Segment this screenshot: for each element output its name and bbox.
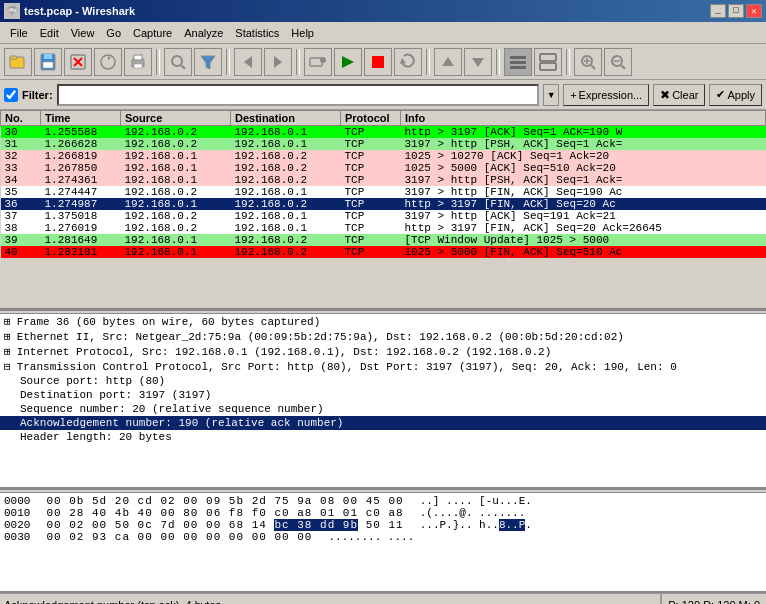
collapse-icon[interactable]: ⊟ — [4, 360, 11, 373]
detail-text: Frame 36 (60 bytes on wire, 60 bytes cap… — [17, 316, 321, 328]
find-button[interactable] — [164, 48, 192, 76]
col-proto[interactable]: Protocol — [341, 111, 401, 126]
maximize-button[interactable]: □ — [728, 4, 744, 18]
menu-statistics[interactable]: Statistics — [229, 25, 285, 41]
cell-proto: TCP — [341, 246, 401, 258]
cell-dst: 192.168.0.2 — [231, 150, 341, 162]
bytes-hex: 00 0b 5d 20 cd 02 00 09 5b 2d 75 9a 08 0… — [46, 495, 403, 507]
menu-help[interactable]: Help — [285, 25, 320, 41]
detail-text: Sequence number: 20 (relative sequence n… — [20, 403, 324, 415]
cell-time: 1.266819 — [41, 150, 121, 162]
table-row[interactable]: 35 1.274447 192.168.0.2 192.168.0.1 TCP … — [1, 186, 766, 198]
capture-options-button[interactable] — [304, 48, 332, 76]
close-capture-button[interactable] — [64, 48, 92, 76]
col-time[interactable]: Time — [41, 111, 121, 126]
detail-item[interactable]: ⊟Transmission Control Protocol, Src Port… — [0, 359, 766, 374]
detail-item[interactable]: Header length: 20 bytes — [0, 430, 766, 444]
packet-table: No. Time Source Destination Protocol Inf… — [0, 110, 766, 258]
apply-button[interactable]: ✔ Apply — [709, 84, 762, 106]
cell-proto: TCP — [341, 126, 401, 139]
filter-dropdown-button[interactable]: ▼ — [543, 84, 559, 106]
table-row[interactable]: 33 1.267850 192.168.0.1 192.168.0.2 TCP … — [1, 162, 766, 174]
menu-capture[interactable]: Capture — [127, 25, 178, 41]
next-packet-button[interactable] — [464, 48, 492, 76]
cell-proto: TCP — [341, 234, 401, 246]
expand-icon[interactable]: ⊞ — [4, 315, 11, 328]
menu-view[interactable]: View — [65, 25, 101, 41]
close-button[interactable]: ✕ — [746, 4, 762, 18]
cell-proto: TCP — [341, 162, 401, 174]
detail-item[interactable]: Source port: http (80) — [0, 374, 766, 388]
cell-info: 3197 > http [PSH, ACK] Seq=1 Ack= — [401, 138, 766, 150]
col-no[interactable]: No. — [1, 111, 41, 126]
bytes-offset: 0000 — [4, 495, 30, 507]
expand-icon[interactable]: ⊞ — [4, 330, 11, 343]
cell-dst: 192.168.0.2 — [231, 174, 341, 186]
open-button[interactable] — [4, 48, 32, 76]
start-capture-button[interactable] — [334, 48, 362, 76]
svg-rect-27 — [540, 54, 556, 61]
cell-src: 192.168.0.1 — [121, 198, 231, 210]
cell-dst: 192.168.0.2 — [231, 234, 341, 246]
clear-button[interactable]: ✖ Clear — [653, 84, 705, 106]
stop-capture-button[interactable] — [364, 48, 392, 76]
zoom-out-button[interactable] — [604, 48, 632, 76]
table-row[interactable]: 40 1.282181 192.168.0.1 192.168.0.2 TCP … — [1, 246, 766, 258]
cell-time: 1.276019 — [41, 222, 121, 234]
prev-packet-button[interactable] — [434, 48, 462, 76]
table-row[interactable]: 36 1.274987 192.168.0.1 192.168.0.2 TCP … — [1, 198, 766, 210]
col-info[interactable]: Info — [401, 111, 766, 126]
packet-detail-view-button[interactable] — [534, 48, 562, 76]
cell-time: 1.255588 — [41, 126, 121, 139]
svg-point-12 — [172, 56, 182, 66]
forward-button[interactable] — [264, 48, 292, 76]
col-source[interactable]: Source — [121, 111, 231, 126]
detail-item[interactable]: Destination port: 3197 (3197) — [0, 388, 766, 402]
window-controls[interactable]: _ □ ✕ — [710, 4, 762, 18]
detail-item[interactable]: Sequence number: 20 (relative sequence n… — [0, 402, 766, 416]
table-row[interactable]: 37 1.375018 192.168.0.2 192.168.0.1 TCP … — [1, 210, 766, 222]
menu-file[interactable]: File — [4, 25, 34, 41]
cell-info: 1025 > 5000 [FIN, ACK] Seq=510 Ac — [401, 246, 766, 258]
cell-src: 192.168.0.1 — [121, 162, 231, 174]
detail-item[interactable]: Acknowledgement number: 190 (relative ac… — [0, 416, 766, 430]
filter-input[interactable] — [57, 84, 540, 106]
expression-button[interactable]: + Expression... — [563, 84, 649, 106]
expression-icon: + — [570, 89, 576, 101]
cell-time: 1.282181 — [41, 246, 121, 258]
zoom-in-button[interactable] — [574, 48, 602, 76]
cell-info: http > 3197 [FIN, ACK] Seq=20 Ack=26645 — [401, 222, 766, 234]
packet-detail[interactable]: ⊞Frame 36 (60 bytes on wire, 60 bytes ca… — [0, 314, 766, 489]
back-button[interactable] — [234, 48, 262, 76]
print-button[interactable] — [124, 48, 152, 76]
reload-button[interactable] — [94, 48, 122, 76]
bytes-offset: 0030 — [4, 531, 30, 543]
table-row[interactable]: 31 1.266628 192.168.0.2 192.168.0.1 TCP … — [1, 138, 766, 150]
menu-edit[interactable]: Edit — [34, 25, 65, 41]
packet-list-scroll[interactable]: No. Time Source Destination Protocol Inf… — [0, 110, 766, 308]
detail-item[interactable]: ⊞Internet Protocol, Src: 192.168.0.1 (19… — [0, 344, 766, 359]
table-row[interactable]: 34 1.274361 192.168.0.1 192.168.0.2 TCP … — [1, 174, 766, 186]
detail-item[interactable]: ⊞Frame 36 (60 bytes on wire, 60 bytes ca… — [0, 314, 766, 329]
packet-bytes[interactable]: 0000 00 0b 5d 20 cd 02 00 09 5b 2d 75 9a… — [0, 493, 766, 593]
packet-list-view-button[interactable] — [504, 48, 532, 76]
detail-item[interactable]: ⊞Ethernet II, Src: Netgear_2d:75:9a (00:… — [0, 329, 766, 344]
svg-marker-14 — [201, 56, 215, 69]
table-row[interactable]: 30 1.255588 192.168.0.2 192.168.0.1 TCP … — [1, 126, 766, 139]
restart-capture-button[interactable] — [394, 48, 422, 76]
menu-analyze[interactable]: Analyze — [178, 25, 229, 41]
detail-text: Internet Protocol, Src: 192.168.0.1 (192… — [17, 346, 552, 358]
bytes-hex: 00 28 40 4b 40 00 80 06 f8 f0 c0 a8 01 0… — [46, 507, 403, 519]
save-button[interactable] — [34, 48, 62, 76]
col-dest[interactable]: Destination — [231, 111, 341, 126]
capture-filter-button[interactable] — [194, 48, 222, 76]
cell-src: 192.168.0.1 — [121, 174, 231, 186]
cell-src: 192.168.0.1 — [121, 246, 231, 258]
table-row[interactable]: 39 1.281649 192.168.0.1 192.168.0.2 TCP … — [1, 234, 766, 246]
table-row[interactable]: 38 1.276019 192.168.0.2 192.168.0.1 TCP … — [1, 222, 766, 234]
minimize-button[interactable]: _ — [710, 4, 726, 18]
menu-go[interactable]: Go — [100, 25, 127, 41]
table-row[interactable]: 32 1.266819 192.168.0.1 192.168.0.2 TCP … — [1, 150, 766, 162]
expand-icon[interactable]: ⊞ — [4, 345, 11, 358]
filter-checkbox[interactable] — [4, 88, 18, 102]
